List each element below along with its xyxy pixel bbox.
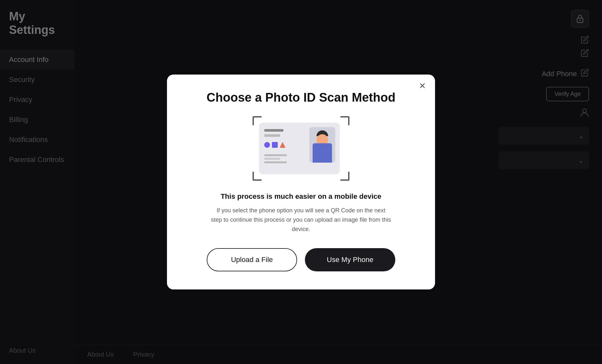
modal-close-button[interactable]: ✕ bbox=[419, 82, 426, 90]
scan-corner-br bbox=[340, 172, 349, 181]
modal-dialog: ✕ Choose a Photo ID Scan Method bbox=[167, 75, 435, 289]
id-line-2 bbox=[264, 158, 280, 160]
id-avatar bbox=[309, 127, 335, 163]
scan-corner-tr bbox=[340, 116, 349, 125]
id-lines bbox=[264, 154, 287, 163]
id-shape-square bbox=[272, 142, 278, 148]
modal-buttons: Upload a File Use My Phone bbox=[186, 248, 416, 271]
modal-description: If you select the phone option you will … bbox=[211, 206, 391, 234]
id-shape-circle bbox=[264, 142, 270, 148]
id-shape-triangle bbox=[280, 142, 285, 148]
id-bar-2 bbox=[264, 134, 280, 137]
upload-file-button[interactable]: Upload a File bbox=[207, 248, 297, 271]
modal-subtitle: This process is much easier on a mobile … bbox=[221, 192, 381, 201]
modal-title: Choose a Photo ID Scan Method bbox=[207, 91, 396, 105]
id-line-1 bbox=[264, 154, 287, 156]
modal-overlay[interactable]: ✕ Choose a Photo ID Scan Method bbox=[0, 0, 602, 364]
id-line-3 bbox=[264, 161, 287, 163]
id-bar-1 bbox=[264, 129, 284, 132]
id-illustration bbox=[253, 116, 349, 181]
id-card bbox=[259, 123, 340, 174]
avatar-body bbox=[313, 143, 332, 163]
use-my-phone-button[interactable]: Use My Phone bbox=[305, 248, 395, 271]
id-shapes bbox=[264, 142, 287, 148]
id-card-left bbox=[264, 129, 287, 163]
